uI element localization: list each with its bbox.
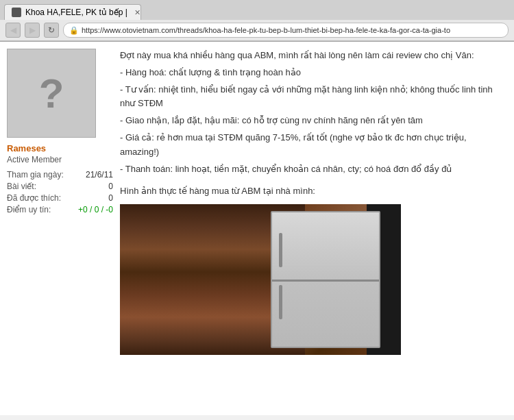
avatar-placeholder: ? (39, 70, 64, 117)
browser-chrome: Khoa HA,FELE, PK tủ bếp | ✕ ◀ ▶ ↻ 🔒 http… (0, 0, 514, 42)
browser-tab[interactable]: Khoa HA,FELE, PK tủ bếp | ✕ (4, 4, 141, 20)
fridge-handle-bottom (279, 285, 282, 319)
post-content: Đợt này mua khá nhiều hàng qua ABM, mình… (120, 49, 507, 355)
refresh-icon: ↻ (48, 25, 55, 35)
user-sidebar: ? Rameses Active Member Tham gia ngày: 2… (7, 49, 113, 355)
likes-row: Đã được thích: 0 (7, 193, 113, 203)
back-button[interactable]: ◀ (5, 23, 21, 38)
rep-value: +0 / 0 / -0 (78, 205, 113, 214)
user-role: Active Member (7, 155, 113, 164)
post-image (120, 204, 401, 355)
post-line2: - Tư vấn: nhiệt tình, hiểu biết ngay cả … (120, 83, 507, 112)
refresh-button[interactable]: ↻ (44, 23, 59, 38)
url-text: https://www.otovietnam.com/threads/khoa-… (82, 26, 450, 34)
username[interactable]: Rameses (7, 143, 113, 153)
join-date-row: Tham gia ngày: 21/6/11 (7, 170, 113, 180)
address-bar[interactable]: 🔒 https://www.otovietnam.com/threads/kho… (63, 23, 509, 38)
rep-label: Điểm uy tín: (7, 205, 51, 214)
fridge-handle-top (279, 233, 282, 267)
tab-close-button[interactable]: ✕ (134, 8, 140, 17)
post-line5: - Thanh toán: linh hoạt, tiền mặt, chuyể… (120, 162, 507, 177)
posts-value: 0 (108, 182, 113, 191)
back-icon: ◀ (10, 25, 16, 35)
likes-value: 0 (108, 193, 113, 203)
user-stats: Tham gia ngày: 21/6/11 Bài viết: 0 Đã đư… (7, 170, 113, 214)
tab-favicon (12, 8, 21, 17)
posts-row: Bài viết: 0 (7, 182, 113, 191)
post-paragraph1: Đợt này mua khá nhiều hàng qua ABM, mình… (120, 49, 507, 63)
tab-title: Khoa HA,FELE, PK tủ bếp | (25, 8, 127, 17)
forward-button[interactable]: ▶ (25, 23, 40, 38)
posts-label: Bài viết: (7, 182, 36, 191)
forward-icon: ▶ (29, 25, 36, 35)
nav-bar: ◀ ▶ ↻ 🔒 https://www.otovietnam.com/threa… (0, 20, 514, 41)
join-date-value: 21/6/11 (86, 170, 113, 180)
rep-row: Điểm uy tín: +0 / 0 / -0 (7, 205, 113, 214)
ssl-icon: 🔒 (69, 26, 79, 35)
post-line3: - Giao nhận, lắp đặt, hậu mãi: có hỗ trợ… (120, 114, 507, 128)
page-content: ? Rameses Active Member Tham gia ngày: 2… (0, 42, 514, 415)
post-line4: - Giá cả: rẻ hơn mua tại STĐM quãng 7-15… (120, 131, 507, 160)
likes-label: Đã được thích: (7, 193, 61, 203)
fridge-divider (272, 280, 379, 282)
post-container: ? Rameses Active Member Tham gia ngày: 2… (0, 42, 514, 362)
post-text: Đợt này mua khá nhiều hàng qua ABM, mình… (120, 49, 507, 176)
post-line1: - Hàng hoá: chất lượng & tình trạng hoàn… (120, 66, 507, 80)
fridge-shape (271, 211, 380, 348)
image-section-label: Hình ảnh thực tế hàng mua từ ABM tại nhà… (120, 184, 507, 199)
tab-bar: Khoa HA,FELE, PK tủ bếp | ✕ (0, 0, 514, 20)
join-date-label: Tham gia ngày: (7, 170, 64, 180)
user-avatar: ? (7, 49, 96, 138)
